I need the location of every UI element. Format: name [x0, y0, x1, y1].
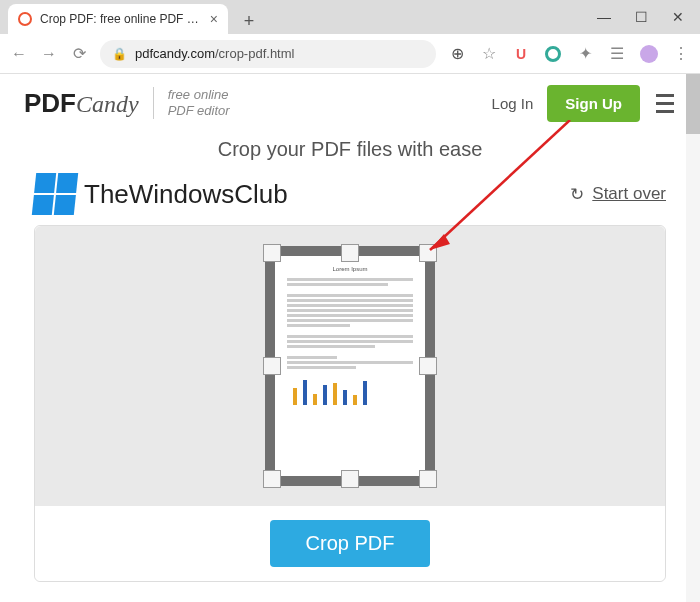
browser-tab[interactable]: Crop PDF: free online PDF cropp × — [8, 4, 228, 34]
hamburger-menu-icon[interactable] — [654, 92, 676, 115]
page-subtitle: Crop your PDF files with ease — [0, 132, 700, 173]
star-icon[interactable]: ☆ — [480, 44, 498, 63]
signup-button[interactable]: Sign Up — [547, 85, 640, 122]
logo-bold: PDF — [24, 88, 76, 119]
windows-logo-icon — [32, 173, 78, 215]
close-tab-icon[interactable]: × — [210, 11, 218, 27]
crop-handle-l[interactable] — [263, 357, 281, 375]
crop-handle-bl[interactable] — [263, 470, 281, 488]
new-tab-button[interactable]: + — [236, 8, 262, 34]
chrome-menu-icon[interactable]: ⋮ — [672, 44, 690, 63]
reload-icon[interactable]: ⟳ — [70, 44, 88, 63]
document-crop-frame[interactable]: Lorem Ipsum — [265, 246, 435, 486]
tab-title: Crop PDF: free online PDF cropp — [40, 12, 202, 26]
divider — [153, 87, 154, 119]
crop-handle-t[interactable] — [341, 244, 359, 262]
address-bar: ← → ⟳ 🔒 pdfcandy.com/crop-pdf.html ⊕ ☆ U… — [0, 34, 700, 74]
forward-icon[interactable]: → — [40, 45, 58, 63]
crop-handle-tr[interactable] — [419, 244, 437, 262]
refresh-icon: ↻ — [570, 184, 584, 205]
mid-row: TheWindowsClub ↻ Start over — [0, 173, 700, 225]
ext-grammarly-icon[interactable] — [544, 45, 562, 63]
crop-handle-r[interactable] — [419, 357, 437, 375]
logo[interactable]: PDFCandy — [24, 88, 139, 119]
chart-preview-icon — [287, 377, 413, 405]
crop-handle-br[interactable] — [419, 470, 437, 488]
watermark-text: TheWindowsClub — [84, 179, 288, 210]
crop-handle-b[interactable] — [341, 470, 359, 488]
maximize-icon[interactable]: ☐ — [635, 9, 648, 25]
action-bar: Crop PDF — [35, 506, 665, 581]
start-over-label: Start over — [592, 184, 666, 204]
crop-canvas-wrap: Lorem Ipsum — [34, 225, 666, 582]
login-link[interactable]: Log In — [492, 95, 534, 112]
vertical-scrollbar[interactable] — [686, 74, 700, 602]
crop-handle-tl[interactable] — [263, 244, 281, 262]
close-window-icon[interactable]: ✕ — [672, 9, 684, 25]
tagline: free online PDF editor — [168, 87, 230, 118]
url-text: pdfcandy.com/crop-pdf.html — [135, 46, 294, 61]
document-preview: Lorem Ipsum — [275, 256, 425, 476]
start-over-button[interactable]: ↻ Start over — [570, 184, 666, 205]
scrollbar-thumb[interactable] — [686, 74, 700, 134]
extensions-icon[interactable]: ✦ — [576, 44, 594, 63]
zoom-icon[interactable]: ⊕ — [448, 44, 466, 63]
crop-pdf-button[interactable]: Crop PDF — [270, 520, 431, 567]
favicon-icon — [18, 12, 32, 26]
reading-list-icon[interactable]: ☰ — [608, 44, 626, 63]
profile-icon[interactable] — [640, 45, 658, 63]
site-header: PDFCandy free online PDF editor Log In S… — [0, 74, 700, 132]
window-controls: — ☐ ✕ — [597, 9, 700, 25]
lock-icon: 🔒 — [112, 47, 127, 61]
back-icon[interactable]: ← — [10, 45, 28, 63]
minimize-icon[interactable]: — — [597, 9, 611, 25]
crop-canvas[interactable]: Lorem Ipsum — [35, 226, 665, 506]
logo-script: Candy — [76, 91, 139, 118]
ext-u-icon[interactable]: U — [512, 45, 530, 63]
url-field[interactable]: 🔒 pdfcandy.com/crop-pdf.html — [100, 40, 436, 68]
browser-titlebar: Crop PDF: free online PDF cropp × + — ☐ … — [0, 0, 700, 34]
